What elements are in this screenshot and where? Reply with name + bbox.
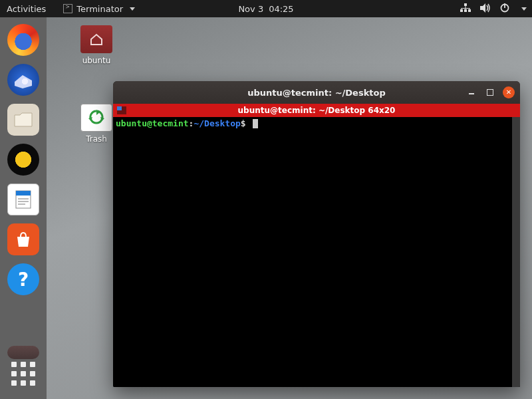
svg-rect-0 — [464, 3, 467, 6]
window-title: ubuntu@tecmint: ~/Desktop — [247, 88, 386, 98]
power-icon[interactable] — [500, 3, 509, 15]
svg-rect-11 — [504, 3, 505, 8]
prompt-dollar: $ — [241, 118, 246, 128]
svg-rect-1 — [460, 9, 463, 12]
terminal-output[interactable]: ubuntu@tecmint:~/Desktop$ — [113, 117, 512, 387]
maximize-button[interactable] — [484, 86, 496, 98]
svg-rect-8 — [469, 8, 470, 9]
terminator-tab-strip[interactable]: ubuntu@tecmint: ~/Desktop 64x20 — [113, 104, 520, 117]
svg-rect-3 — [468, 9, 471, 12]
desktop-home-folder[interactable]: ubuntu — [73, 25, 120, 65]
tab-title: ubuntu@tecmint: ~/Desktop 64x20 — [238, 106, 396, 115]
clock[interactable]: Nov 3 04:25 — [238, 4, 293, 14]
app-menu[interactable]: Terminator — [63, 4, 135, 14]
split-layout-icon[interactable] — [117, 106, 126, 114]
date-label: Nov 3 — [238, 4, 263, 14]
svg-rect-4 — [466, 6, 466, 8]
thunderbird-icon — [12, 68, 35, 91]
dock-rhythmbox[interactable] — [7, 144, 39, 176]
document-icon — [13, 189, 33, 210]
home-folder-icon — [80, 25, 112, 53]
app-menu-label: Terminator — [76, 4, 123, 14]
top-bar: Activities Terminator Nov 3 04:25 — [0, 0, 532, 17]
shopping-bag-icon — [13, 230, 33, 249]
dock-software[interactable] — [7, 223, 39, 255]
dock-extra[interactable] — [7, 346, 39, 359]
svg-rect-13 — [16, 191, 31, 196]
titlebar[interactable]: ubuntu@tecmint: ~/Desktop — [113, 81, 520, 104]
window-controls — [466, 86, 515, 98]
svg-rect-2 — [464, 9, 467, 12]
time-label: 04:25 — [269, 4, 293, 14]
activities-button[interactable]: Activities — [7, 4, 46, 14]
close-button[interactable] — [503, 86, 515, 98]
svg-rect-6 — [462, 8, 462, 9]
dock-firefox[interactable] — [7, 24, 39, 56]
svg-rect-7 — [466, 8, 466, 9]
folder-icon — [13, 111, 33, 128]
terminal-body[interactable]: ubuntu@tecmint:~/Desktop$ — [113, 117, 520, 387]
prompt-path: ~/Desktop — [194, 118, 240, 128]
volume-icon[interactable] — [480, 3, 491, 15]
svg-marker-9 — [480, 3, 485, 13]
desktop[interactable]: ubuntu Trash ubuntu@tecmint: ~/Desktop u… — [47, 17, 532, 399]
scrollbar-thumb[interactable] — [512, 117, 520, 387]
terminal-scrollbar[interactable] — [512, 117, 520, 387]
desktop-home-label: ubuntu — [73, 56, 120, 65]
chevron-down-icon — [130, 7, 135, 11]
trash-icon — [80, 104, 112, 132]
terminator-window[interactable]: ubuntu@tecmint: ~/Desktop ubuntu@tecmint… — [113, 81, 520, 387]
dock-writer[interactable] — [7, 184, 39, 215]
prompt-user: ubuntu@tecmint — [116, 118, 189, 128]
terminal-icon — [63, 4, 72, 13]
cursor — [253, 119, 258, 128]
show-applications-button[interactable] — [7, 358, 39, 390]
network-icon[interactable] — [460, 3, 471, 15]
dock: ? — [0, 17, 47, 399]
system-menu-chevron-icon[interactable] — [521, 7, 527, 11]
dock-files[interactable] — [7, 104, 39, 136]
dock-thunderbird[interactable] — [7, 64, 39, 96]
dock-help[interactable]: ? — [7, 263, 39, 295]
minimize-button[interactable] — [466, 86, 477, 98]
